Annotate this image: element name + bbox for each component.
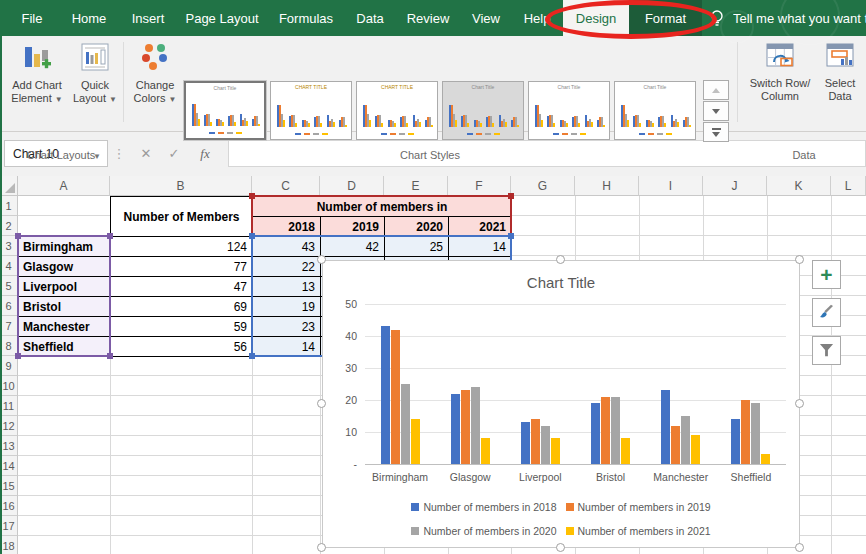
chart-selection-handle[interactable] bbox=[795, 399, 804, 408]
category-range-outline-handle[interactable] bbox=[15, 233, 21, 239]
chart-bar[interactable] bbox=[761, 454, 770, 464]
cell-year-2020[interactable]: 2020 bbox=[384, 216, 449, 237]
column-header-H[interactable]: H bbox=[575, 176, 639, 196]
chart-bar[interactable] bbox=[541, 426, 550, 464]
chart-bar[interactable] bbox=[471, 387, 480, 464]
legend-item[interactable]: Number of members in 2019 bbox=[566, 501, 711, 513]
row-header-5[interactable]: 5 bbox=[0, 276, 18, 296]
gallery-more-button[interactable] bbox=[703, 122, 729, 142]
cell-2018-manchester[interactable]: 23 bbox=[252, 316, 321, 337]
chart-bar[interactable] bbox=[751, 403, 760, 464]
row-header-13[interactable]: 13 bbox=[0, 436, 18, 456]
cell-2018-bristol[interactable]: 19 bbox=[252, 296, 321, 317]
chart-bar[interactable] bbox=[381, 326, 390, 464]
column-header-J[interactable]: J bbox=[703, 176, 767, 196]
chart-style-thumbnail-3[interactable]: CHART TITLE bbox=[356, 81, 438, 140]
cell-2018-sheffield[interactable]: 14 bbox=[252, 336, 321, 357]
chart-bar[interactable] bbox=[591, 403, 600, 464]
chart-bar[interactable] bbox=[391, 330, 400, 464]
chart-selection-handle[interactable] bbox=[317, 399, 326, 408]
chart-bar[interactable] bbox=[401, 384, 410, 464]
column-header-A[interactable]: A bbox=[18, 176, 110, 196]
data-range-outline-handle[interactable] bbox=[508, 233, 514, 239]
column-header-E[interactable]: E bbox=[384, 176, 448, 196]
chart-bar[interactable] bbox=[681, 416, 690, 464]
chart-bar[interactable] bbox=[661, 390, 670, 464]
quick-layout-button[interactable]: Quick Layout ▼ bbox=[70, 40, 120, 106]
data-range-outline-handle[interactable] bbox=[249, 353, 255, 359]
change-colors-button[interactable]: Change Colors ▼ bbox=[130, 40, 180, 106]
column-header-K[interactable]: K bbox=[767, 176, 831, 196]
chart-style-thumbnail-5[interactable]: Chart Title bbox=[528, 81, 610, 140]
row-header-6[interactable]: 6 bbox=[0, 296, 18, 316]
row-header-3[interactable]: 3 bbox=[0, 236, 18, 256]
chart-selection-handle[interactable] bbox=[317, 543, 326, 552]
tab-data[interactable]: Data bbox=[348, 0, 392, 36]
column-header-D[interactable]: D bbox=[320, 176, 384, 196]
row-header-11[interactable]: 11 bbox=[0, 396, 18, 416]
row-header-4[interactable]: 4 bbox=[0, 256, 18, 276]
tab-format[interactable]: Format bbox=[629, 0, 702, 36]
cell-row3-value[interactable]: 14 bbox=[448, 236, 512, 257]
switch-row-column-button[interactable]: Switch Row/ Column bbox=[744, 40, 816, 103]
category-range-outline-handle[interactable] bbox=[107, 353, 113, 359]
cell-2018-glasgow[interactable]: 22 bbox=[252, 256, 321, 277]
cell-2018-liverpool[interactable]: 13 bbox=[252, 276, 321, 297]
chart-style-thumbnail-6[interactable]: Chart Title bbox=[614, 81, 696, 140]
cell-members-sheffield[interactable]: 56 bbox=[110, 336, 253, 357]
chart-bar[interactable] bbox=[521, 422, 530, 464]
chart-selection-handle[interactable] bbox=[795, 543, 804, 552]
cell-members-glasgow[interactable]: 77 bbox=[110, 256, 253, 277]
tell-me-box[interactable]: Tell me what you want to bbox=[733, 0, 866, 36]
chart-bar[interactable] bbox=[741, 400, 750, 464]
tab-page-layout[interactable]: Page Layout bbox=[180, 0, 264, 36]
chart-bar[interactable] bbox=[551, 438, 560, 464]
add-chart-element-button[interactable]: Add Chart Element ▼ bbox=[8, 40, 66, 106]
legend-item[interactable]: Number of members in 2021 bbox=[566, 525, 711, 537]
cell-members-liverpool[interactable]: 47 bbox=[110, 276, 253, 297]
chart-bar[interactable] bbox=[621, 438, 630, 464]
chart-title[interactable]: Chart Title bbox=[323, 274, 799, 291]
row-header-16[interactable]: 16 bbox=[0, 496, 18, 516]
row-header-18[interactable]: 18 bbox=[0, 536, 18, 554]
cell-members-header[interactable]: Number of Members bbox=[110, 196, 253, 237]
row-header-12[interactable]: 12 bbox=[0, 416, 18, 436]
column-header-I[interactable]: I bbox=[639, 176, 703, 196]
chart-bar[interactable] bbox=[611, 397, 620, 464]
cell-year-2019[interactable]: 2019 bbox=[320, 216, 385, 237]
chart-selection-handle[interactable] bbox=[556, 543, 565, 552]
cell-year-2018[interactable]: 2018 bbox=[252, 216, 321, 237]
chart-style-thumbnail-2[interactable]: CHART TITLE bbox=[270, 81, 352, 140]
header-range-outline-handle[interactable] bbox=[249, 193, 255, 199]
cell-city-manchester[interactable]: Manchester bbox=[18, 316, 111, 337]
header-range-outline-handle[interactable] bbox=[508, 193, 514, 199]
chart-filters-button[interactable] bbox=[812, 336, 841, 365]
tab-insert[interactable]: Insert bbox=[126, 0, 170, 36]
embedded-chart[interactable]: Chart Title 5040302010-BirminghamGlasgow… bbox=[322, 260, 800, 548]
chart-elements-button[interactable]: + bbox=[812, 260, 841, 289]
chart-selection-handle[interactable] bbox=[556, 255, 565, 264]
select-data-button[interactable]: Select Data bbox=[818, 40, 862, 103]
legend-item[interactable]: Number of members in 2018 bbox=[411, 501, 556, 513]
chart-selection-handle[interactable] bbox=[795, 255, 804, 264]
tab-file[interactable]: File bbox=[12, 0, 52, 36]
chart-style-thumbnail-4[interactable]: Chart Title bbox=[442, 81, 524, 140]
chart-bar[interactable] bbox=[451, 394, 460, 464]
column-header-L[interactable]: L bbox=[831, 176, 866, 196]
cell-members-bristol[interactable]: 69 bbox=[110, 296, 253, 317]
chart-bar[interactable] bbox=[461, 390, 470, 464]
cell-row3-value[interactable]: 25 bbox=[384, 236, 449, 257]
chart-bar[interactable] bbox=[601, 397, 610, 464]
row-header-7[interactable]: 7 bbox=[0, 316, 18, 336]
row-header-14[interactable]: 14 bbox=[0, 456, 18, 476]
cell-city-birmingham[interactable]: Birmingham bbox=[18, 236, 111, 257]
tab-home[interactable]: Home bbox=[66, 0, 112, 36]
cell-city-glasgow[interactable]: Glasgow bbox=[18, 256, 111, 277]
gallery-scroll-down-button[interactable] bbox=[703, 101, 729, 121]
gallery-scroll-up-button[interactable] bbox=[703, 80, 729, 100]
chart-styles-button[interactable] bbox=[812, 298, 841, 327]
cell-year-2021[interactable]: 2021 bbox=[448, 216, 512, 237]
data-range-outline-handle[interactable] bbox=[249, 233, 255, 239]
column-header-B[interactable]: B bbox=[110, 176, 252, 196]
chart-bar[interactable] bbox=[481, 438, 490, 464]
